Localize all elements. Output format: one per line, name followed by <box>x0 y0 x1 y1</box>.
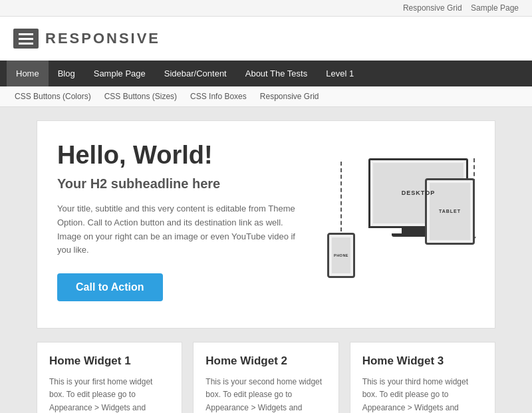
hero-h1: Hello, World! <box>57 141 302 170</box>
widget-1-title: Home Widget 1 <box>49 354 170 368</box>
widget-2-body: This is your second home widget box. To … <box>205 376 326 413</box>
widgets-row: Home Widget 1 This is your first home wi… <box>37 342 495 413</box>
site-header: RESPONSIVE <box>0 17 532 61</box>
nav-item-about[interactable]: About The Tests <box>236 61 317 86</box>
top-bar: Responsive Grid Sample Page <box>0 0 532 17</box>
subnav-css-info-boxes[interactable]: CSS Info Boxes <box>184 86 253 106</box>
sub-nav: CSS Buttons (Colors) CSS Buttons (Sizes)… <box>0 86 532 107</box>
widget-1: Home Widget 1 This is your first home wi… <box>37 342 182 413</box>
desktop-label: DESKTOP <box>402 190 435 196</box>
widget-3-title: Home Widget 3 <box>362 354 483 368</box>
hero-text: Hello, World! Your H2 subheadline here Y… <box>57 141 302 301</box>
subnav-responsive-grid[interactable]: Responsive Grid <box>253 86 326 106</box>
device-illustration: DESKTOP TABLET PHONE <box>315 158 475 285</box>
cta-button[interactable]: Call to Action <box>57 273 163 301</box>
topbar-link-sample-page[interactable]: Sample Page <box>471 3 519 13</box>
nav-item-blog[interactable]: Blog <box>49 61 84 86</box>
device-phone: PHONE <box>327 233 355 278</box>
nav-item-home[interactable]: Home <box>7 61 49 86</box>
widget-3: Home Widget 3 This is your third home wi… <box>350 342 495 413</box>
hero-body: Your title, subtitle and this very conte… <box>57 202 302 257</box>
subnav-css-buttons-sizes[interactable]: CSS Buttons (Sizes) <box>98 86 184 106</box>
widget-2: Home Widget 2 This is your second home w… <box>193 342 338 413</box>
device-tablet: TABLET <box>425 178 475 245</box>
subnav-css-buttons-colors[interactable]: CSS Buttons (Colors) <box>8 86 98 106</box>
page-wrapper: Hello, World! Your H2 subheadline here Y… <box>30 120 502 413</box>
tablet-label: TABLET <box>439 209 461 213</box>
widget-3-body: This is your third home widget box. To e… <box>362 376 483 413</box>
widget-1-body: This is your first home widget box. To e… <box>49 376 170 413</box>
nav-item-level1[interactable]: Level 1 <box>317 61 363 86</box>
nav-item-sidebar[interactable]: Sidebar/Content <box>155 61 236 86</box>
topbar-link-responsive-grid[interactable]: Responsive Grid <box>403 3 462 13</box>
logo-icon <box>13 29 39 49</box>
tablet-screen: TABLET <box>425 178 475 245</box>
hero-section: Hello, World! Your H2 subheadline here Y… <box>37 120 495 329</box>
widget-2-title: Home Widget 2 <box>205 354 326 368</box>
phone-label: PHONE <box>334 253 348 257</box>
hero-h2: Your H2 subheadline here <box>57 176 302 192</box>
logo-text: RESPONSIVE <box>45 30 160 47</box>
dashed-arrow-vertical <box>340 162 342 238</box>
nav-item-sample-page[interactable]: Sample Page <box>84 61 155 86</box>
phone-screen: PHONE <box>327 233 355 278</box>
main-nav: Home Blog Sample Page Sidebar/Content Ab… <box>0 61 532 86</box>
